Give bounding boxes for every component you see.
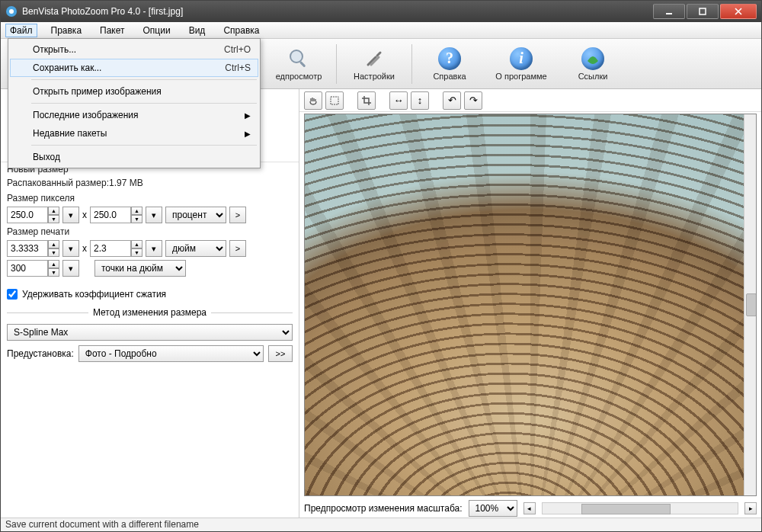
minimize-button[interactable] xyxy=(653,4,685,19)
svg-point-1 xyxy=(9,9,14,14)
print-height-input[interactable] xyxy=(90,240,131,257)
dpi-input[interactable] xyxy=(7,260,48,277)
hand-tool-icon[interactable] xyxy=(304,91,322,110)
dpi-unit-select[interactable]: точки на дюйм xyxy=(94,260,186,277)
info-icon: i xyxy=(510,47,533,70)
menu-options[interactable]: Опции xyxy=(139,24,175,37)
file-open-label: Открыть... xyxy=(33,44,76,55)
svg-rect-2 xyxy=(666,13,672,14)
close-button[interactable] xyxy=(720,4,757,19)
submenu-arrow-icon: ▶ xyxy=(245,130,251,138)
menu-edit[interactable]: Правка xyxy=(46,24,87,37)
preview-zoom-bar: Предпросмотр изменения масштаба: 100% ◂ … xyxy=(299,498,761,519)
dropdown-arrow-button[interactable]: ▾ xyxy=(62,260,79,277)
file-open[interactable]: Открыть... Ctrl+O xyxy=(10,40,258,59)
crop-tool-icon[interactable] xyxy=(357,91,376,110)
marquee-tool-icon[interactable] xyxy=(325,91,344,110)
pixel-unit-select[interactable]: процент xyxy=(165,207,226,223)
menu-view[interactable]: Вид xyxy=(184,24,210,37)
pixel-width-input[interactable] xyxy=(7,207,48,223)
window-title: BenVista PhotoZoom Pro 4.0 - [first.jpg] xyxy=(22,6,653,17)
menu-help[interactable]: Справка xyxy=(219,24,264,37)
menu-separator xyxy=(31,103,257,104)
maximize-button[interactable] xyxy=(687,4,719,19)
file-recent-images-label: Последние изображения xyxy=(33,110,139,120)
spinner[interactable]: ▲▼ xyxy=(48,207,59,223)
titlebar: BenVista PhotoZoom Pro 4.0 - [first.jpg] xyxy=(1,1,761,22)
file-recent-batches[interactable]: Недавние пакеты ▶ xyxy=(10,124,258,143)
unpacked-size-label: Распакованный размер:1.97 MB xyxy=(1,178,299,188)
scroll-left-button[interactable]: ◂ xyxy=(523,502,536,514)
spinner[interactable]: ▲▼ xyxy=(131,207,142,223)
toolbar-preview-label: едпросмотр xyxy=(276,72,322,81)
rotate-left-icon[interactable]: ↶ xyxy=(443,91,461,110)
svg-point-4 xyxy=(290,50,303,62)
file-exit-label: Выход xyxy=(33,152,60,162)
apply-button[interactable]: > xyxy=(229,207,246,223)
file-menu-dropdown: Открыть... Ctrl+O Сохранить как... Ctrl+… xyxy=(8,38,261,168)
menu-separator xyxy=(31,145,257,146)
submenu-arrow-icon: ▶ xyxy=(245,111,251,120)
menu-separator xyxy=(31,79,257,80)
horizontal-scrollbar[interactable] xyxy=(542,502,738,514)
toolbar-preview[interactable]: едпросмотр xyxy=(263,40,335,88)
print-width-input[interactable] xyxy=(7,240,48,257)
flip-vertical-icon[interactable]: ↕ xyxy=(411,91,429,110)
spinner[interactable]: ▲▼ xyxy=(48,240,59,257)
status-bar: Save current document with a different f… xyxy=(1,518,761,531)
pixel-height-input[interactable] xyxy=(90,207,131,223)
svg-rect-5 xyxy=(299,61,306,67)
dropdown-arrow-button[interactable]: ▾ xyxy=(146,240,162,257)
times-label: x xyxy=(82,243,87,254)
vertical-scrollbar[interactable] xyxy=(744,114,756,495)
zoom-label: Предпросмотр изменения масштаба: xyxy=(304,503,463,514)
rotate-right-icon[interactable]: ↷ xyxy=(464,91,482,110)
status-text: Save current document with a different f… xyxy=(5,519,199,530)
toolbar-about-label: О программе xyxy=(495,72,546,81)
file-save-as[interactable]: Сохранить как... Ctrl+S xyxy=(10,59,258,77)
file-recent-batches-label: Недавние пакеты xyxy=(33,128,107,139)
preview-toolbar: ↔ ↕ ↶ ↷ xyxy=(299,89,761,112)
flip-horizontal-icon[interactable]: ↔ xyxy=(389,91,408,110)
times-label: x xyxy=(82,210,87,220)
dropdown-arrow-button[interactable]: ▾ xyxy=(146,207,162,223)
spinner[interactable]: ▲▼ xyxy=(131,240,142,257)
zoom-select[interactable]: 100% xyxy=(469,500,517,517)
toolbar-help-label: Справка xyxy=(433,72,466,81)
menu-file[interactable]: Файл xyxy=(5,24,37,37)
toolbar-settings-label: Настройки xyxy=(354,72,395,81)
magnifier-icon xyxy=(287,47,310,70)
file-recent-images[interactable]: Последние изображения ▶ xyxy=(10,106,258,124)
toolbar-about[interactable]: i О программе xyxy=(485,40,557,88)
preset-more-button[interactable]: >> xyxy=(268,345,293,362)
resize-method-header: Метод изменения размера xyxy=(93,307,207,318)
resize-method-select[interactable]: S-Spline Max xyxy=(7,324,293,341)
dropdown-arrow-button[interactable]: ▾ xyxy=(62,207,79,223)
wrench-icon xyxy=(363,47,386,70)
svg-rect-3 xyxy=(700,8,706,14)
menu-batch[interactable]: Пакет xyxy=(95,24,129,37)
keep-ratio-label: Удерживать коэффициент сжатия xyxy=(22,289,166,300)
pixel-size-label: Размер пикселя xyxy=(7,193,293,204)
preset-select[interactable]: Фото - Подробно xyxy=(78,345,264,362)
toolbar-links[interactable]: Ссылки xyxy=(557,40,629,88)
file-exit[interactable]: Выход xyxy=(10,148,258,166)
dropdown-arrow-button[interactable]: ▾ xyxy=(62,240,79,257)
right-panel: ↔ ↕ ↶ ↷ Предпросмотр изменения масштаба:… xyxy=(299,89,761,519)
image-preview[interactable] xyxy=(304,114,757,496)
apply-button[interactable]: > xyxy=(229,240,246,257)
globe-icon xyxy=(581,47,604,70)
file-open-sample[interactable]: Открыть пример изображения xyxy=(10,82,258,101)
spinner[interactable]: ▲▼ xyxy=(48,260,59,277)
keep-ratio-checkbox[interactable] xyxy=(7,289,18,300)
toolbar-help[interactable]: ? Справка xyxy=(414,40,485,88)
file-save-as-shortcut: Ctrl+S xyxy=(225,62,251,73)
help-icon: ? xyxy=(438,47,461,70)
toolbar-settings[interactable]: Настройки xyxy=(338,40,410,88)
preset-label: Предустановка: xyxy=(7,348,74,359)
scroll-right-button[interactable]: ▸ xyxy=(744,502,757,514)
file-open-shortcut: Ctrl+O xyxy=(224,44,251,55)
print-unit-select[interactable]: дюйм xyxy=(165,240,226,257)
file-save-as-label: Сохранить как... xyxy=(33,62,101,73)
toolbar-separator xyxy=(336,44,337,84)
